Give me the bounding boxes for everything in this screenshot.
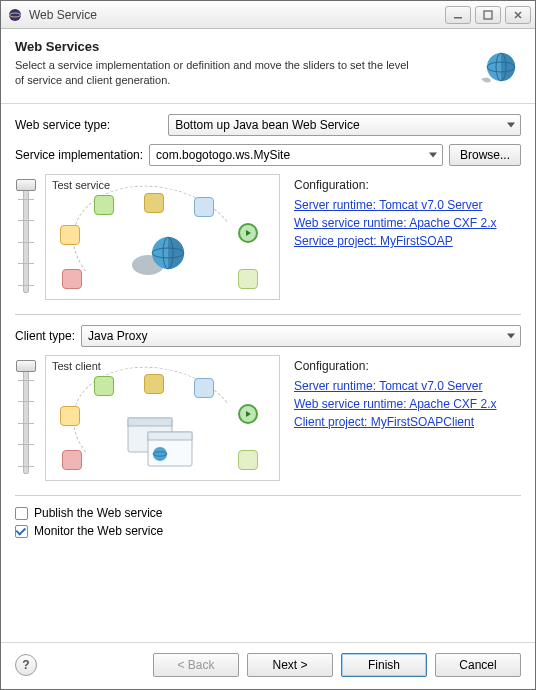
client-type-label: Client type:: [15, 329, 75, 343]
minimize-button[interactable]: [445, 6, 471, 24]
server-icon: [62, 450, 82, 470]
play-icon: [238, 223, 258, 243]
client-preview: Test client: [45, 355, 280, 481]
chevron-down-icon: [507, 123, 515, 128]
module-icon: [60, 225, 80, 245]
file-icon: [238, 269, 258, 289]
service-config-label: Configuration:: [294, 178, 521, 192]
section-separator: [15, 314, 521, 315]
browser-windows-icon: [122, 414, 202, 470]
publish-label: Publish the Web service: [34, 506, 163, 520]
maximize-button[interactable]: [475, 6, 501, 24]
module-icon: [60, 406, 80, 426]
gear-icon: [144, 193, 164, 213]
gear-icon: [144, 374, 164, 394]
client-project-link[interactable]: Client project: MyFirstSOAPClient: [294, 415, 521, 429]
client-ws-runtime-link[interactable]: Web service runtime: Apache CXF 2.x: [294, 397, 521, 411]
eclipse-icon: [7, 7, 23, 23]
browse-button[interactable]: Browse...: [449, 144, 521, 166]
next-button[interactable]: Next >: [247, 653, 333, 677]
service-impl-label: Service implementation:: [15, 148, 143, 162]
svg-rect-12: [128, 418, 172, 426]
web-service-banner-icon: [467, 39, 521, 93]
svg-rect-14: [148, 432, 192, 440]
svg-rect-3: [484, 11, 492, 19]
service-impl-combo[interactable]: com.bogotogo.ws.MySite: [149, 144, 443, 166]
wsdl-icon: [94, 195, 114, 215]
publish-checkbox[interactable]: [15, 507, 28, 520]
back-button[interactable]: < Back: [153, 653, 239, 677]
window-title: Web Service: [29, 8, 445, 22]
service-impl-value: com.bogotogo.ws.MySite: [156, 148, 290, 162]
wsdl-icon: [94, 376, 114, 396]
titlebar: Web Service: [1, 1, 535, 29]
section-separator: [15, 495, 521, 496]
cancel-button[interactable]: Cancel: [435, 653, 521, 677]
doc-icon: [194, 197, 214, 217]
monitor-checkbox[interactable]: [15, 525, 28, 538]
client-config-label: Configuration:: [294, 359, 521, 373]
client-type-value: Java Proxy: [88, 329, 147, 343]
chevron-down-icon: [429, 153, 437, 158]
service-server-runtime-link[interactable]: Server runtime: Tomcat v7.0 Server: [294, 198, 521, 212]
globe-icon: [130, 231, 190, 281]
page-title: Web Services: [15, 39, 415, 54]
service-project-link[interactable]: Service project: MyFirstSOAP: [294, 234, 521, 248]
service-type-label: Web service type:: [15, 118, 110, 132]
chevron-down-icon: [507, 334, 515, 339]
service-preview: Test service: [45, 174, 280, 300]
file-icon: [238, 450, 258, 470]
wizard-footer: ? < Back Next > Finish Cancel: [1, 642, 535, 689]
svg-point-0: [9, 9, 21, 21]
service-type-combo[interactable]: Bottom up Java bean Web Service: [168, 114, 521, 136]
svg-point-15: [153, 447, 167, 461]
client-type-combo[interactable]: Java Proxy: [81, 325, 521, 347]
service-level-slider[interactable]: [15, 177, 37, 297]
finish-button[interactable]: Finish: [341, 653, 427, 677]
monitor-label: Monitor the Web service: [34, 524, 163, 538]
service-ws-runtime-link[interactable]: Web service runtime: Apache CXF 2.x: [294, 216, 521, 230]
svg-rect-2: [454, 17, 462, 19]
wizard-header: Web Services Select a service implementa…: [1, 29, 535, 104]
wizard-body: Web service type: Bottom up Java bean We…: [1, 104, 535, 642]
doc-icon: [194, 378, 214, 398]
help-button[interactable]: ?: [15, 654, 37, 676]
page-description: Select a service implementation or defin…: [15, 58, 415, 88]
client-server-runtime-link[interactable]: Server runtime: Tomcat v7.0 Server: [294, 379, 521, 393]
close-button[interactable]: [505, 6, 531, 24]
server-icon: [62, 269, 82, 289]
service-type-value: Bottom up Java bean Web Service: [175, 118, 360, 132]
client-level-slider[interactable]: [15, 358, 37, 478]
play-icon: [238, 404, 258, 424]
